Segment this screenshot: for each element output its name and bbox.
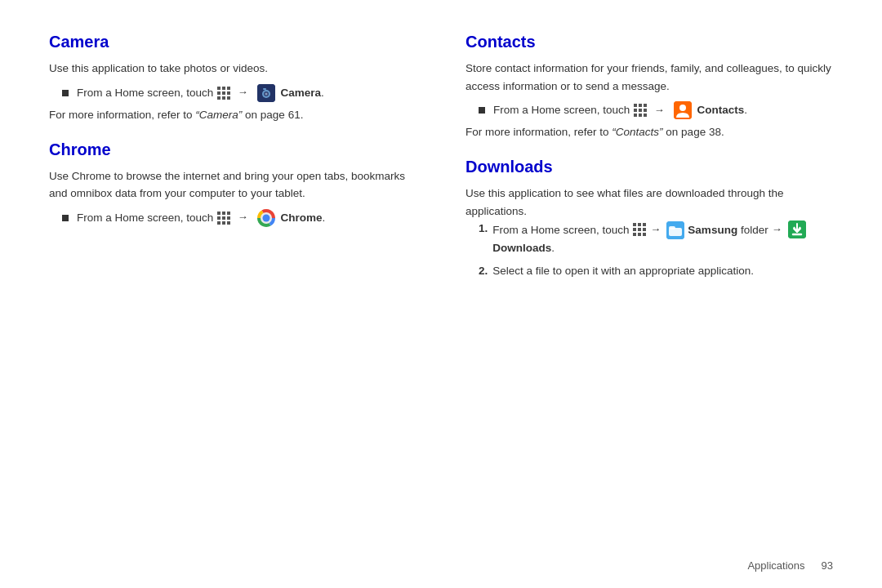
svg-rect-20 [217, 221, 220, 225]
footer-label: Applications [747, 559, 804, 572]
left-column: Camera Use this application to take phot… [49, 33, 416, 555]
svg-rect-37 [633, 223, 636, 226]
svg-rect-38 [638, 223, 641, 226]
footer-page: 93 [822, 559, 833, 572]
svg-rect-8 [227, 96, 230, 100]
svg-rect-13 [263, 88, 266, 90]
svg-rect-18 [222, 216, 225, 220]
camera-section: Camera Use this application to take phot… [49, 33, 416, 121]
camera-ref: For more information, refer to “Camera” … [49, 109, 416, 121]
step1-content: From a Home screen, touch [492, 220, 833, 257]
grid-icon-contacts [633, 103, 648, 118]
arrow-step1b: → [772, 221, 782, 238]
svg-rect-27 [639, 104, 642, 107]
svg-rect-5 [227, 91, 230, 95]
svg-rect-14 [217, 212, 220, 215]
svg-rect-3 [217, 91, 220, 95]
svg-rect-21 [222, 221, 225, 225]
svg-rect-16 [227, 212, 230, 215]
camera-bullet-text: From a Home screen, touch [77, 84, 324, 102]
chrome-app-label: Chrome [280, 211, 322, 223]
contacts-section: Contacts Store contact information for y… [466, 33, 833, 138]
svg-rect-44 [638, 233, 641, 236]
camera-app-label: Camera [280, 86, 321, 98]
samsung-folder-icon [666, 221, 684, 239]
arrow-step1: → [650, 221, 661, 238]
contacts-bullet-text: From a Home screen, touch [493, 101, 747, 119]
svg-point-25 [262, 214, 270, 221]
svg-rect-1 [222, 87, 225, 90]
samsung-label: Samsung [688, 221, 737, 239]
grid-icon-downloads [632, 222, 647, 237]
svg-rect-15 [222, 212, 225, 215]
svg-rect-40 [633, 228, 636, 231]
downloads-title: Downloads [466, 158, 833, 176]
camera-title: Camera [49, 33, 416, 51]
svg-rect-42 [643, 228, 646, 231]
svg-rect-45 [643, 233, 646, 236]
camera-app-icon [257, 84, 275, 102]
contacts-bullet: From a Home screen, touch [479, 101, 833, 119]
svg-rect-32 [634, 114, 637, 117]
camera-bullet: From a Home screen, touch [62, 84, 416, 102]
svg-rect-17 [217, 216, 220, 220]
grid-icon-chrome [216, 211, 231, 225]
contacts-title: Contacts [466, 33, 833, 51]
downloads-steps: 1. From a Home screen, touch [479, 220, 833, 279]
svg-rect-19 [227, 216, 230, 220]
chrome-bullet: From a Home screen, touch [62, 209, 416, 227]
downloads-app-icon [788, 220, 806, 238]
contacts-description: Store contact information for your frien… [466, 60, 833, 95]
downloads-label: Downloads [492, 239, 551, 257]
bullet-icon-contacts [479, 107, 485, 114]
svg-rect-22 [227, 221, 230, 225]
contacts-ref: For more information, refer to “Contacts… [466, 126, 833, 138]
svg-rect-34 [644, 114, 647, 117]
svg-rect-6 [217, 96, 220, 100]
svg-point-36 [679, 105, 686, 111]
footer: Applications 93 [747, 559, 833, 572]
downloads-step2: 2. Select a file to open it with an appr… [479, 262, 833, 280]
svg-rect-41 [638, 228, 641, 231]
chrome-title: Chrome [49, 140, 416, 159]
camera-description: Use this application to take photos or v… [49, 60, 416, 78]
contacts-app-icon [674, 101, 692, 119]
chrome-app-icon [257, 209, 275, 227]
svg-rect-28 [644, 104, 647, 107]
svg-rect-2 [227, 87, 230, 90]
svg-rect-4 [222, 91, 225, 95]
bullet-icon [62, 90, 69, 96]
arrow-camera: → [238, 86, 248, 98]
chrome-section: Chrome Use Chrome to browse the internet… [49, 140, 416, 234]
svg-rect-33 [639, 114, 642, 117]
svg-rect-26 [634, 104, 637, 107]
chrome-bullet-text: From a Home screen, touch [77, 209, 325, 227]
svg-rect-31 [644, 109, 647, 112]
svg-point-12 [265, 92, 267, 95]
step2-text: Select a file to open it with an appropr… [492, 262, 754, 280]
downloads-step1: 1. From a Home screen, touch [479, 220, 833, 257]
svg-rect-43 [633, 233, 636, 236]
svg-rect-39 [643, 223, 646, 226]
svg-rect-0 [217, 87, 220, 90]
chrome-description: Use Chrome to browse the internet and br… [49, 167, 416, 203]
right-column: Contacts Store contact information for y… [466, 33, 833, 555]
svg-rect-7 [222, 96, 225, 100]
bullet-icon-chrome [62, 215, 69, 221]
svg-rect-29 [634, 109, 637, 112]
grid-icon-camera [216, 86, 231, 100]
svg-rect-30 [639, 109, 642, 112]
arrow-chrome: → [238, 211, 248, 223]
contacts-app-label: Contacts [697, 104, 744, 116]
downloads-section: Downloads Use this application to see wh… [466, 158, 833, 284]
svg-rect-48 [669, 226, 675, 229]
downloads-description: Use this application to see what files a… [466, 185, 833, 220]
arrow-contacts: → [654, 104, 665, 116]
